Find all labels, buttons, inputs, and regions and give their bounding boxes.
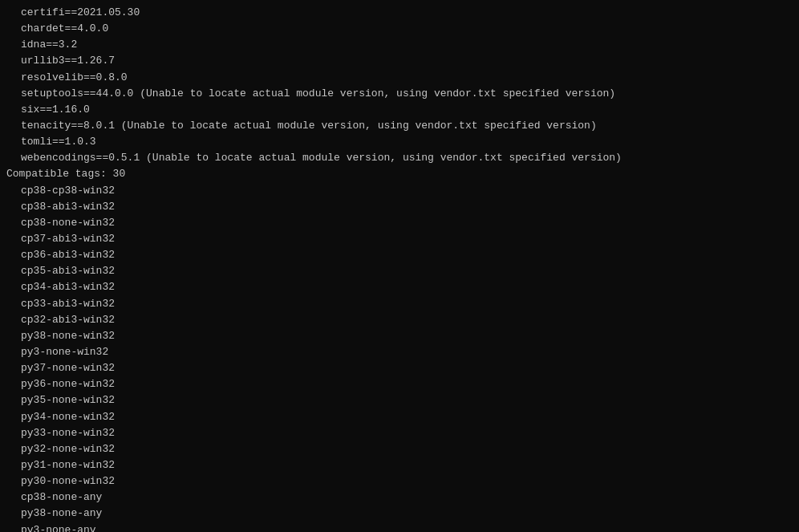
terminal-line: webencodings==0.5.1 (Unable to locate ac… xyxy=(6,150,793,166)
terminal-line: cp37-abi3-win32 xyxy=(6,231,793,247)
terminal-line: cp38-none-win32 xyxy=(6,215,793,231)
terminal-line: resolvelib==0.8.0 xyxy=(6,70,793,86)
terminal-line: py3-none-win32 xyxy=(6,344,793,360)
terminal-line: tenacity==8.0.1 (Unable to locate actual… xyxy=(6,118,793,134)
terminal-line: cp36-abi3-win32 xyxy=(6,247,793,263)
terminal-line: py37-none-win32 xyxy=(6,360,793,376)
terminal-line: cp35-abi3-win32 xyxy=(6,263,793,279)
terminal-line: py36-none-win32 xyxy=(6,376,793,392)
terminal-line: urllib3==1.26.7 xyxy=(6,53,793,69)
terminal-line: tomli==1.0.3 xyxy=(6,134,793,150)
terminal-line: py38-none-win32 xyxy=(6,328,793,344)
terminal-line: py34-none-win32 xyxy=(6,409,793,425)
terminal-line: cp34-abi3-win32 xyxy=(6,279,793,295)
terminal-line: py31-none-win32 xyxy=(6,457,793,473)
terminal-line: cp33-abi3-win32 xyxy=(6,296,793,312)
terminal-line: cp38-abi3-win32 xyxy=(6,199,793,215)
terminal-line: py35-none-win32 xyxy=(6,392,793,408)
terminal-line: idna==3.2 xyxy=(6,37,793,53)
terminal-line: certifi==2021.05.30 xyxy=(6,5,793,21)
terminal-line: cp38-cp38-win32 xyxy=(6,183,793,199)
terminal-line: py33-none-win32 xyxy=(6,425,793,441)
terminal-line: Compatible tags: 30 xyxy=(6,166,793,182)
terminal-output: certifi==2021.05.30chardet==4.0.0idna==3… xyxy=(6,5,793,532)
terminal-line: setuptools==44.0.0 (Unable to locate act… xyxy=(6,86,793,102)
terminal-line: py38-none-any xyxy=(6,506,793,522)
terminal-line: six==1.16.0 xyxy=(6,102,793,118)
terminal-line: py32-none-win32 xyxy=(6,441,793,457)
terminal-line: cp32-abi3-win32 xyxy=(6,312,793,328)
terminal-line: chardet==4.0.0 xyxy=(6,21,793,37)
terminal-line: py30-none-win32 xyxy=(6,473,793,489)
terminal-line: py3-none-any xyxy=(6,522,793,533)
terminal-line: cp38-none-any xyxy=(6,489,793,506)
